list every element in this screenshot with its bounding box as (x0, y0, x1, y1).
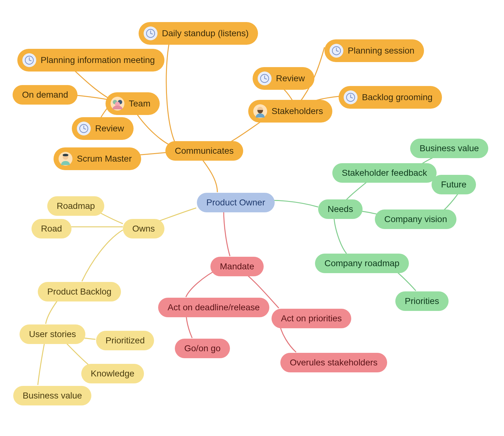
label: Product Owner (206, 197, 265, 208)
node-on-demand[interactable]: On demand (13, 85, 77, 105)
node-team-review[interactable]: Review (72, 117, 134, 140)
label: Planning session (348, 45, 415, 56)
label: User stories (29, 329, 76, 340)
node-daily-standup[interactable]: Daily standup (listens) (139, 22, 258, 45)
node-needs[interactable]: Needs (318, 199, 363, 219)
label: Owns (132, 223, 155, 234)
node-stakeholders-review[interactable]: Review (253, 67, 314, 90)
node-prioritized[interactable]: Prioritized (96, 331, 154, 350)
label: Team (129, 98, 150, 109)
node-roadmap[interactable]: Roadmap (47, 196, 104, 216)
label: Review (95, 123, 124, 134)
node-company-vision[interactable]: Company vision (375, 209, 456, 229)
node-product-owner[interactable]: Product Owner (197, 193, 275, 212)
label: Communicates (175, 146, 234, 156)
node-stakeholder-feedback[interactable]: Stakeholder feedback (332, 163, 437, 183)
label: Future (441, 179, 467, 190)
person-icon (253, 104, 267, 118)
node-knowledge[interactable]: Knowledge (81, 364, 144, 383)
node-scrum-master[interactable]: Scrum Master (54, 147, 141, 170)
node-product-backlog[interactable]: Product Backlog (38, 282, 121, 301)
clock-icon (144, 26, 158, 40)
label: Product Backlog (47, 286, 112, 297)
node-future[interactable]: Future (432, 175, 476, 194)
label: Business value (420, 143, 479, 154)
label: Stakeholders (272, 106, 323, 117)
label: Business value (23, 390, 82, 401)
node-go-no-go[interactable]: Go/on go (175, 339, 230, 358)
node-backlog-grooming[interactable]: Backlog grooming (339, 86, 442, 109)
clock-icon (344, 90, 358, 104)
node-act-priorities[interactable]: Act on priorities (272, 309, 351, 328)
label: Planning information meeting (41, 55, 155, 66)
node-owns-business-value[interactable]: Business value (13, 386, 91, 405)
label: Road (41, 223, 62, 234)
node-stakeholders[interactable]: Stakeholders (248, 100, 332, 123)
label: Priorities (405, 296, 439, 307)
label: Act on deadline/release (168, 302, 260, 313)
label: Mandate (220, 261, 254, 272)
clock-icon (77, 122, 91, 135)
label: Company vision (384, 214, 447, 225)
node-overrules[interactable]: Overules stakeholders (280, 353, 387, 372)
label: Scrum Master (77, 153, 132, 164)
label: Daily standup (listens) (162, 28, 249, 39)
label: Overules stakeholders (290, 357, 378, 368)
label: Stakeholder feedback (342, 168, 427, 178)
node-company-roadmap[interactable]: Company roadmap (315, 254, 409, 273)
label: Act on priorities (281, 313, 342, 324)
label: Backlog grooming (362, 92, 432, 103)
clock-icon (258, 72, 272, 85)
person-icon (59, 152, 72, 166)
team-icon (111, 97, 124, 111)
node-planning-info-meeting[interactable]: Planning information meeting (17, 49, 164, 72)
label: Go/on go (184, 343, 220, 354)
node-user-stories[interactable]: User stories (20, 324, 85, 344)
label: Company roadmap (324, 258, 399, 269)
label: Prioritized (106, 335, 145, 346)
clock-icon (329, 44, 343, 58)
node-team[interactable]: Team (106, 92, 160, 115)
node-communicates[interactable]: Communicates (165, 141, 243, 161)
node-act-deadline[interactable]: Act on deadline/release (158, 298, 269, 317)
label: Review (276, 73, 305, 84)
label: Roadmap (57, 201, 95, 211)
node-needs-business-value[interactable]: Business value (410, 139, 488, 158)
node-planning-session[interactable]: Planning session (324, 39, 424, 62)
node-owns[interactable]: Owns (123, 219, 164, 238)
label: Needs (328, 204, 353, 215)
node-road[interactable]: Road (32, 219, 72, 238)
node-priorities[interactable]: Priorities (395, 291, 449, 311)
node-mandate[interactable]: Mandate (210, 257, 264, 276)
label: On demand (22, 89, 68, 100)
label: Knowledge (91, 368, 135, 379)
clock-icon (22, 53, 36, 67)
